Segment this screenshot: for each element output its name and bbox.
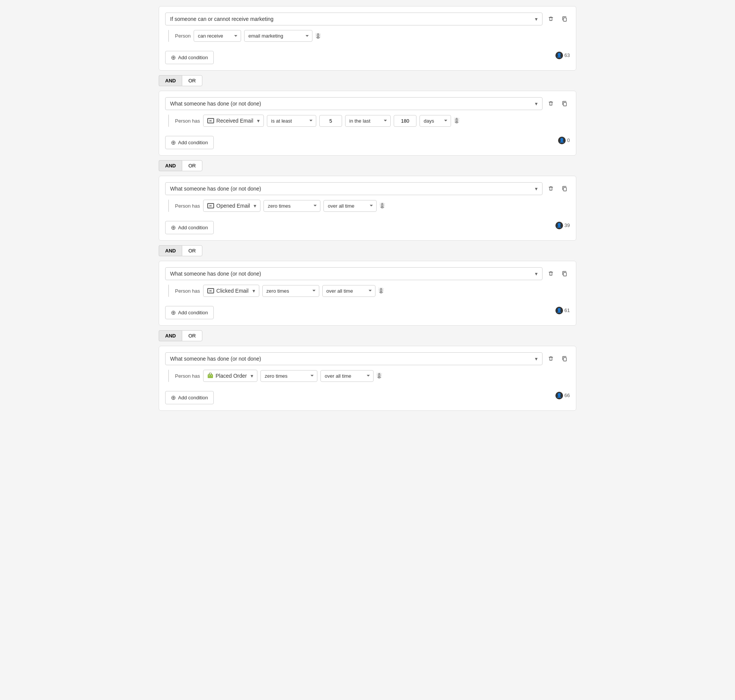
time-value-input-2[interactable] xyxy=(394,115,416,127)
copy-button-5[interactable] xyxy=(559,353,570,364)
plus-icon-4: ⊕ xyxy=(171,309,176,316)
filter-icon-5[interactable]: ⛇ xyxy=(377,373,382,379)
svg-rect-0 xyxy=(563,18,566,21)
event-value-5: Placed Order xyxy=(216,373,247,379)
copy-icon-3 xyxy=(562,186,568,192)
block4-header-label: What someone has done (or not done) xyxy=(170,271,261,277)
condition-footer-2: ⊕ Add condition 👤 0 xyxy=(165,131,570,149)
event-select-2[interactable]: ✉ Received Email ▾ xyxy=(203,115,264,127)
and-or-row-4: AND OR xyxy=(159,330,576,341)
block5-header-dropdown[interactable]: What someone has done (or not done) ▾ xyxy=(165,352,543,365)
condition-body-3: Person has ✉ Opened Email ▾ zero times i… xyxy=(168,200,570,212)
condition-block-2: What someone has done (or not done) ▾ Pe… xyxy=(159,91,576,156)
operator-select-4[interactable]: zero times is at least is at least once xyxy=(262,285,319,297)
copy-icon-2 xyxy=(562,101,568,107)
or-button-4[interactable]: OR xyxy=(182,330,202,341)
copy-button-4[interactable] xyxy=(559,268,570,279)
event-select-3[interactable]: ✉ Opened Email ▾ xyxy=(203,200,261,212)
add-condition-label-1: Add condition xyxy=(178,55,208,60)
chevron-down-icon-5: ▾ xyxy=(535,356,538,362)
filter-icon-4[interactable]: ⛇ xyxy=(379,288,384,294)
block3-header-label: What someone has done (or not done) xyxy=(170,186,261,192)
add-condition-button-4[interactable]: ⊕ Add condition xyxy=(165,306,214,319)
operator-select-2[interactable]: is at least is zero times at least once xyxy=(267,115,316,127)
person-label-5: Person has xyxy=(175,373,200,379)
person-count-icon-5: 👤 xyxy=(555,392,563,399)
and-button-4[interactable]: AND xyxy=(159,330,182,341)
condition-footer-3: ⊕ Add condition 👤 39 xyxy=(165,216,570,234)
plus-icon-1: ⊕ xyxy=(171,54,176,61)
condition-body-5: Person has Placed Order ▾ zero times is … xyxy=(168,370,570,382)
count-badge-4: 👤 61 xyxy=(555,307,570,314)
copy-button-2[interactable] xyxy=(559,98,570,109)
block3-header-dropdown[interactable]: What someone has done (or not done) ▾ xyxy=(165,182,543,195)
chevron-event-4: ▾ xyxy=(252,288,255,294)
filter-icon-2[interactable]: ⛇ xyxy=(454,118,459,124)
plus-icon-3: ⊕ xyxy=(171,224,176,231)
svg-rect-3 xyxy=(563,273,566,276)
and-button-1[interactable]: AND xyxy=(159,75,182,86)
condition-block-5: What someone has done (or not done) ▾ Pe… xyxy=(159,346,576,411)
delete-button-1[interactable] xyxy=(546,14,556,24)
condition-header-5: What someone has done (or not done) ▾ xyxy=(165,352,570,365)
add-condition-label-3: Add condition xyxy=(178,225,208,230)
page-container: If someone can or cannot receive marketi… xyxy=(159,6,576,411)
time-operator-select-5[interactable]: over all time in the last before after xyxy=(320,370,374,382)
delete-button-4[interactable] xyxy=(546,268,556,279)
add-condition-label-4: Add condition xyxy=(178,310,208,315)
add-condition-button-1[interactable]: ⊕ Add condition xyxy=(165,51,214,64)
person-label-4: Person has xyxy=(175,288,200,294)
block2-header-label: What someone has done (or not done) xyxy=(170,101,261,107)
block2-header-dropdown[interactable]: What someone has done (or not done) ▾ xyxy=(165,97,543,110)
condition-header-3: What someone has done (or not done) ▾ xyxy=(165,182,570,195)
condition-row-1: Person can receive cannot receive email … xyxy=(175,30,570,42)
plus-icon-2: ⊕ xyxy=(171,139,176,146)
event-select-4[interactable]: ✉ Clicked Email ▾ xyxy=(203,285,259,297)
condition-block-4: What someone has done (or not done) ▾ Pe… xyxy=(159,261,576,326)
email-icon-4: ✉ xyxy=(207,288,214,293)
person-label-2: Person has xyxy=(175,118,200,124)
time-unit-select-2[interactable]: days weeks months xyxy=(420,115,451,127)
delete-button-3[interactable] xyxy=(546,183,556,194)
operator-select-3[interactable]: zero times is at least is at least once xyxy=(263,200,320,212)
chevron-down-icon: ▾ xyxy=(535,16,538,22)
time-operator-select-4[interactable]: over all time in the last before after xyxy=(322,285,375,297)
condition-header-4: What someone has done (or not done) ▾ xyxy=(165,267,570,280)
copy-button-3[interactable] xyxy=(559,183,570,194)
shopify-icon-5 xyxy=(207,373,213,379)
and-button-3[interactable]: AND xyxy=(159,245,182,256)
chevron-event-3: ▾ xyxy=(254,203,256,209)
person-label-1: Person xyxy=(175,33,191,39)
delete-button-2[interactable] xyxy=(546,98,556,109)
can-receive-select[interactable]: can receive cannot receive xyxy=(194,30,241,42)
add-condition-button-5[interactable]: ⊕ Add condition xyxy=(165,391,214,404)
delete-button-5[interactable] xyxy=(546,353,556,364)
filter-icon-3[interactable]: ⛇ xyxy=(380,203,385,209)
and-or-row-2: AND OR xyxy=(159,160,576,171)
block1-header-label: If someone can or cannot receive marketi… xyxy=(170,16,273,22)
add-condition-button-2[interactable]: ⊕ Add condition xyxy=(165,136,214,149)
time-operator-select-2[interactable]: in the last over all time before after xyxy=(345,115,391,127)
operator-select-5[interactable]: zero times is at least is at least once xyxy=(260,370,317,382)
condition-body-2: Person has ✉ Received Email ▾ is at leas… xyxy=(168,115,570,127)
block4-header-dropdown[interactable]: What someone has done (or not done) ▾ xyxy=(165,267,543,280)
event-value-2: Received Email xyxy=(216,118,253,124)
block1-header-dropdown[interactable]: If someone can or cannot receive marketi… xyxy=(165,13,543,25)
filter-icon-1[interactable]: ⛇ xyxy=(315,33,321,39)
event-select-5[interactable]: Placed Order ▾ xyxy=(203,370,257,382)
number-input-2[interactable] xyxy=(319,115,342,127)
person-count-icon-3: 👤 xyxy=(555,222,563,229)
and-button-2[interactable]: AND xyxy=(159,160,182,171)
add-condition-button-3[interactable]: ⊕ Add condition xyxy=(165,221,214,234)
person-label-3: Person has xyxy=(175,203,200,209)
email-marketing-select[interactable]: email marketing SMS marketing xyxy=(244,30,312,42)
condition-footer-1: ⊕ Add condition 👤 63 xyxy=(165,46,570,64)
or-button-1[interactable]: OR xyxy=(182,75,202,86)
condition-row-5: Person has Placed Order ▾ zero times is … xyxy=(175,370,570,382)
time-operator-select-3[interactable]: over all time in the last before after xyxy=(323,200,377,212)
person-count-icon-1: 👤 xyxy=(555,52,563,59)
count-badge-3: 👤 39 xyxy=(555,222,570,229)
copy-button-1[interactable] xyxy=(559,14,570,24)
or-button-3[interactable]: OR xyxy=(182,245,202,256)
or-button-2[interactable]: OR xyxy=(182,160,202,171)
